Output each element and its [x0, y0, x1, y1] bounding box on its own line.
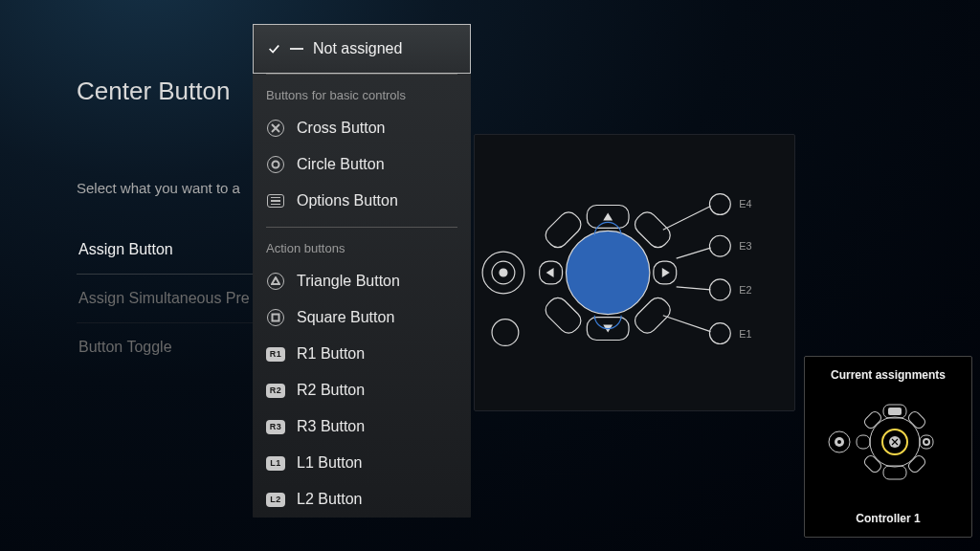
svg-marker-5	[662, 268, 670, 277]
svg-rect-38	[906, 453, 926, 474]
triangle-icon	[267, 273, 284, 290]
cross-icon	[267, 120, 284, 137]
l1-icon: L1	[266, 456, 285, 471]
svg-line-19	[677, 248, 711, 258]
r3-icon: R3	[266, 420, 285, 434]
svg-marker-11	[546, 268, 554, 277]
port-e3-label: E3	[739, 240, 751, 252]
assignments-diagram	[826, 389, 950, 495]
svg-line-23	[663, 316, 711, 332]
svg-rect-32	[883, 466, 906, 479]
dropdown-l1-button[interactable]: L1 L1 Button	[253, 445, 471, 481]
svg-point-24	[709, 323, 730, 344]
svg-point-16	[492, 320, 519, 346]
page-title: Center Button	[77, 77, 230, 106]
svg-marker-2	[603, 212, 612, 220]
instruction-text: Select what you want to a	[77, 180, 240, 196]
r1-icon: R1	[266, 347, 285, 362]
svg-rect-39	[862, 409, 882, 430]
check-icon	[267, 42, 280, 55]
controller-diagram-panel: E4 E3 E2 E1	[474, 134, 795, 411]
port-e2-label: E2	[739, 284, 751, 296]
circle-icon	[267, 156, 284, 173]
dropdown-circle-button[interactable]: Circle Button	[253, 146, 471, 183]
svg-point-20	[709, 235, 730, 256]
assignment-dropdown: Not assigned Buttons for basic controls …	[253, 24, 471, 518]
svg-rect-26	[273, 315, 279, 321]
svg-point-25	[273, 162, 279, 168]
dash-icon	[290, 48, 303, 50]
svg-line-21	[677, 287, 711, 290]
dropdown-section-action: Action buttons	[253, 228, 471, 263]
dropdown-r2-button[interactable]: R2 R2 Button	[253, 372, 471, 408]
svg-point-43	[837, 440, 841, 444]
options-icon	[267, 194, 284, 208]
svg-rect-40	[862, 453, 882, 474]
svg-point-15	[500, 269, 507, 276]
svg-point-22	[709, 279, 730, 300]
dropdown-triangle-button[interactable]: Triangle Button	[253, 263, 471, 299]
port-e4-label: E4	[739, 198, 751, 209]
dropdown-options-button[interactable]: Options Button	[253, 183, 471, 219]
dropdown-r3-button[interactable]: R3 R3 Button	[253, 408, 471, 445]
port-e1-label: E1	[739, 328, 751, 340]
dropdown-r1-button[interactable]: R1 R1 Button	[253, 336, 471, 372]
svg-line-17	[663, 206, 711, 230]
dropdown-cross-button[interactable]: Cross Button	[253, 110, 471, 146]
l2-icon: L2	[266, 493, 285, 507]
dropdown-square-button[interactable]: Square Button	[253, 299, 471, 336]
dropdown-selected-label: Not assigned	[313, 40, 402, 57]
dropdown-selected-not-assigned[interactable]: Not assigned	[253, 24, 471, 74]
dropdown-section-basic: Buttons for basic controls	[253, 75, 471, 110]
assignments-controller-label: Controller 1	[856, 512, 920, 525]
r2-icon: R2	[266, 384, 285, 398]
svg-rect-31	[888, 408, 902, 415]
svg-point-35	[924, 440, 928, 444]
svg-point-0	[566, 231, 649, 314]
current-assignments-card: Current assignments Controller 1	[804, 356, 972, 538]
svg-rect-36	[857, 435, 870, 449]
dropdown-l2-button[interactable]: L2 L2 Button	[253, 481, 471, 518]
square-icon	[267, 309, 284, 326]
svg-point-18	[709, 194, 730, 215]
assignments-title: Current assignments	[831, 368, 946, 382]
svg-rect-37	[906, 409, 926, 430]
